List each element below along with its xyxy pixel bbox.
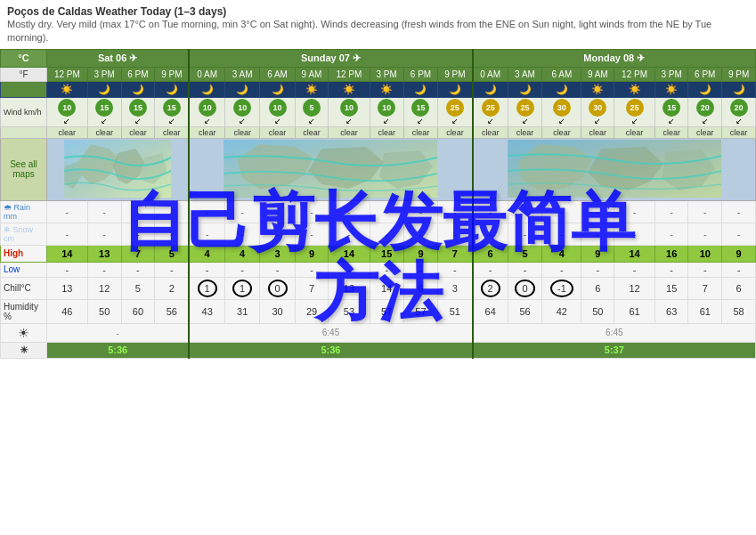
header-desc: Mostly dry. Very mild (max 17°C on Tue m…: [7, 18, 749, 45]
weather-icon-sun-6: 🌙: [403, 81, 437, 97]
low-sun-1: -: [224, 262, 259, 277]
high-sat-0: 14: [47, 245, 88, 262]
humidity-label: Humidity %: [1, 299, 47, 323]
chill-mon-6: 7: [688, 277, 722, 299]
wind-sun-7: 25↙: [438, 97, 473, 126]
sun-mon-indicator: 6:45: [473, 323, 756, 342]
icon-row: ☀️ 🌙 🌙 🌙 🌙 🌙 🌙 ☀️ ☀️ ☀️ 🌙 🌙 🌙 🌙 🌙 ☀️ ☀️ …: [1, 81, 756, 97]
chill-sat-0: 13: [47, 277, 88, 299]
snow-sun-5: -: [370, 223, 403, 245]
unit-celsius[interactable]: °C: [1, 49, 47, 67]
unit-fahrenheit[interactable]: °F: [1, 67, 47, 81]
humid-mon-6: 61: [688, 299, 722, 323]
time-mon-6: 6 PM: [688, 67, 722, 81]
humid-sat-3: 56: [155, 299, 190, 323]
desc-mon-6: clear: [688, 126, 722, 138]
desc-sat-0: clear: [47, 126, 88, 138]
low-label: Low: [1, 262, 47, 277]
sunrise-sat: 5:36: [47, 342, 190, 358]
low-mon-4: -: [614, 262, 655, 277]
wind-sun-5: 10↙: [370, 97, 403, 126]
desc-mon-0: clear: [473, 126, 508, 138]
humid-mon-2: 42: [542, 299, 581, 323]
humid-sun-2: 30: [260, 299, 295, 323]
humid-mon-3: 50: [581, 299, 614, 323]
low-sat-3: -: [155, 262, 190, 277]
humid-sun-0: 43: [189, 299, 224, 323]
rain-mon-6: -: [688, 200, 722, 223]
wind-mon-5: 15↙: [654, 97, 688, 126]
sunrise-label: ☀: [1, 342, 47, 358]
rain-mon-2: -: [542, 200, 581, 223]
time-mon-3: 9 AM: [581, 67, 614, 81]
wind-sun-0: 10↙: [189, 97, 224, 126]
wind-mon-2: 30↙: [542, 97, 581, 126]
desc-sun-3: clear: [295, 126, 328, 138]
mon-header: Monday 08 ✈: [473, 49, 756, 67]
header: Poços de Caldas Weather Today (1–3 days)…: [0, 0, 756, 49]
rain-sun-2: -: [260, 200, 295, 223]
wind-label: Wind km/h: [1, 97, 47, 126]
sun-header: Sunday 07 ✈: [189, 49, 472, 67]
time-sat-1: 3 PM: [87, 67, 121, 81]
chill-mon-2: -1: [542, 277, 581, 299]
desc-sun-7: clear: [438, 126, 473, 138]
high-mon-3: 9: [581, 245, 614, 262]
desc-sat-1: clear: [87, 126, 121, 138]
humidity-row: Humidity % 46 50 60 56 43 31 30 29 53 57…: [1, 299, 756, 323]
rain-sun-3: -: [295, 200, 328, 223]
snow-sun-4: -: [329, 223, 370, 245]
rain-mon-4: -: [614, 200, 655, 223]
time-sun-0: 0 AM: [189, 67, 224, 81]
weather-icon-mon-6: 🌙: [688, 81, 722, 97]
weather-icon-mon-4: ☀️: [614, 81, 655, 97]
rain-sun-7: -: [438, 200, 473, 223]
rain-sun-1: -: [224, 200, 259, 223]
high-label: High: [1, 245, 47, 262]
sun-icon-label: ☀: [1, 323, 47, 342]
high-mon-1: 5: [508, 245, 542, 262]
low-sat-2: -: [121, 262, 155, 277]
map-sat: [47, 138, 190, 200]
rain-sat-1: -: [87, 200, 121, 223]
see-all-maps[interactable]: See all maps: [1, 138, 47, 200]
time-sat-2: 6 PM: [121, 67, 155, 81]
time-sun-3: 9 AM: [295, 67, 328, 81]
low-mon-3: -: [581, 262, 614, 277]
chill-mon-3: 6: [581, 277, 614, 299]
snow-sat-1: -: [87, 223, 121, 245]
snow-mon-5: -: [654, 223, 688, 245]
weather-icon-mon-3: ☀️: [581, 81, 614, 97]
high-sun-6: 9: [403, 245, 437, 262]
snow-mon-3: -: [581, 223, 614, 245]
rain-mon-0: -: [473, 200, 508, 223]
chill-mon-4: 12: [614, 277, 655, 299]
time-mon-5: 3 PM: [654, 67, 688, 81]
chill-mon-5: 15: [654, 277, 688, 299]
humid-mon-4: 61: [614, 299, 655, 323]
high-sun-5: 15: [370, 245, 403, 262]
wind-sun-4: 10↙: [329, 97, 370, 126]
humid-mon-5: 63: [654, 299, 688, 323]
humid-sun-5: 57: [370, 299, 403, 323]
low-sun-2: -: [260, 262, 295, 277]
low-sun-6: -: [403, 262, 437, 277]
rain-label: 🌧 Rain mm: [1, 200, 47, 223]
wind-sun-6: 15↙: [403, 97, 437, 126]
humid-sun-4: 53: [329, 299, 370, 323]
low-mon-2: -: [542, 262, 581, 277]
time-sat-3: 9 PM: [155, 67, 190, 81]
sunrise-mon: 5:37: [473, 342, 756, 358]
low-mon-7: -: [722, 262, 756, 277]
weather-icon-sun-5: ☀️: [370, 81, 403, 97]
high-sun-4: 14: [329, 245, 370, 262]
weather-container: Poços de Caldas Weather Today (1–3 days)…: [0, 0, 756, 359]
wind-mon-0: 25↙: [473, 97, 508, 126]
chill-mon-0: 2: [473, 277, 508, 299]
wind-sat-3: 15↙: [155, 97, 190, 126]
high-row: High 14 13 7 5 4 4 3 9 14 15 9 7 6 5 4 9…: [1, 245, 756, 262]
time-row: °F 12 PM 3 PM 6 PM 9 PM 0 AM 3 AM 6 AM 9…: [1, 67, 756, 81]
low-mon-0: -: [473, 262, 508, 277]
time-sun-7: 9 PM: [438, 67, 473, 81]
wind-row: Wind km/h 10↙ 15↙ 15↙ 15↙ 10↙ 10↙ 10↙ 5↙…: [1, 97, 756, 126]
